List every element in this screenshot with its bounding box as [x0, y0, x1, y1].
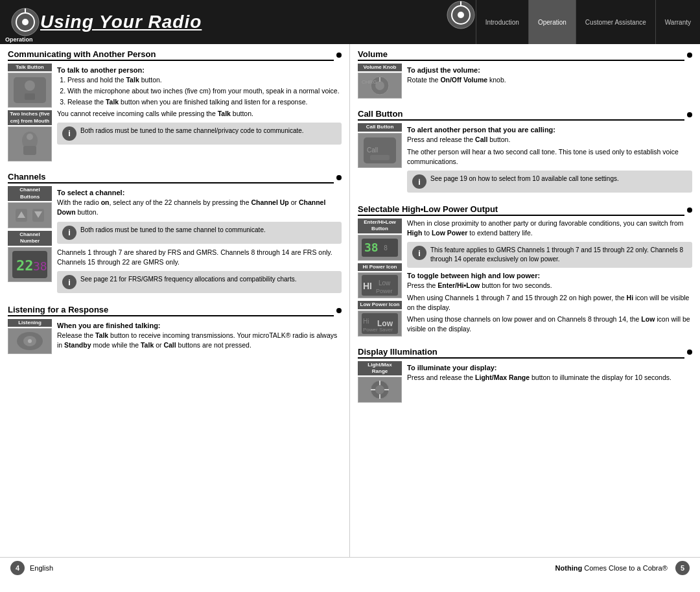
enter-hilow-label: Enter/Hi•Low Button [358, 219, 402, 233]
enter-hilow-img: 38 8 [358, 235, 402, 261]
listening-svg [10, 329, 49, 353]
note-text-channels2: See page 21 for FRS/GMRS frequency alloc… [80, 275, 297, 284]
volume-knob-svg: CHRG [360, 74, 399, 97]
power-sub-heading: To toggle between high and low power: [407, 272, 692, 279]
note-text-communicate: Both radios must be tuned to the same ch… [80, 126, 304, 136]
section-call-title: Call Button [358, 109, 684, 121]
section-listening-header: Listening for a Response [8, 305, 342, 316]
section-listening: Listening for a Response Listening Wh [8, 305, 342, 357]
svg-point-2 [22, 19, 29, 25]
svg-text:38: 38 [364, 241, 379, 254]
svg-point-43 [375, 385, 384, 394]
left-column: Communicating with Another Person Talk B… [0, 44, 350, 557]
note-box-power: i This feature applies to GMRS Channels … [407, 242, 692, 268]
power-content: Enter/Hi•Low Button 38 8 Hi Power Icon H… [358, 219, 692, 339]
display-thumb-col: Light/Max Range [358, 361, 402, 406]
section-volume-dot [687, 53, 692, 58]
note-icon-power: i [412, 246, 426, 260]
channels-body1: With the radio on, select any of the 22 … [57, 198, 342, 217]
operation-tab[interactable]: Operation [528, 0, 576, 44]
svg-point-23 [28, 339, 32, 343]
section-communicating-header: Communicating with Another Person [8, 49, 342, 61]
channel-buttons-svg [10, 204, 49, 227]
section-channels: Channels Channel Buttons Channel Number [8, 172, 342, 297]
svg-rect-13 [23, 146, 36, 155]
section-power-dot [687, 207, 692, 213]
light-maxrange-img [358, 377, 402, 403]
section-channels-dot [336, 175, 342, 180]
call-text: To alert another person that you are cal… [407, 123, 692, 196]
power-body2: Press the Enter/Hi•Low button for two se… [407, 281, 692, 290]
power-body1: When in close proximity to another party… [407, 219, 692, 238]
call-content: Call Button Call To alert another person… [358, 123, 692, 196]
display-body: Press and release the Light/Max Range bu… [407, 373, 692, 383]
svg-text:Power Saver: Power Saver [363, 327, 393, 333]
page-header: Using Your Radio Operation Introduction … [0, 0, 700, 44]
talk-note: You cannot receive incoming calls while … [57, 109, 342, 119]
display-content: Light/Max Range To illuminate your [358, 361, 692, 406]
section-listening-title: Listening for a Response [8, 305, 334, 316]
section-power-title: Selectable High•Low Power Output [358, 204, 684, 216]
note-icon-communicate: i [62, 126, 76, 141]
note-box-channels2: i See page 21 for FRS/GMRS frequency all… [57, 271, 342, 293]
svg-text:Call: Call [367, 147, 378, 154]
communicating-text: To talk to another person: Press and hol… [57, 64, 342, 164]
section-volume: Volume Volume Knob CHRG [358, 49, 692, 101]
channel-buttons-img [8, 202, 52, 228]
svg-point-9 [25, 80, 35, 91]
page-number-left: 4 [10, 561, 25, 575]
section-volume-header: Volume [358, 49, 692, 61]
note-text-power: This feature applies to GMRS Channels 1 … [430, 246, 687, 264]
channels-sub-heading: To select a channel: [57, 189, 342, 196]
call-sub-heading: To alert another person that you are cal… [407, 126, 692, 134]
power-body3: When using Channels 1 through 7 and 15 t… [407, 293, 692, 313]
channels-thumb-col: Channel Buttons Channel Number [8, 186, 52, 297]
call-thumb-col: Call Button Call [358, 123, 402, 196]
talk-thumb-col: Talk Button Two Inches (five cm) from Mo… [8, 64, 52, 164]
radio-icon [10, 7, 40, 37]
talk-sub-heading: To talk to another person: [57, 66, 342, 74]
note-text-channels: Both radios must be tuned to the same ch… [80, 226, 266, 235]
volume-body: Rotate the On/Off Volume knob. [407, 75, 692, 85]
svg-text:22: 22 [16, 257, 34, 274]
section-display-header: Display Illumination [358, 347, 692, 359]
listening-text: When you are finished talking: Release t… [57, 319, 342, 357]
hi-power-label: Hi Power Icon [358, 263, 402, 271]
light-maxrange-label: Light/Max Range [358, 361, 402, 376]
customer-tab[interactable]: Customer Assistance [576, 0, 655, 44]
page-number-right: 5 [675, 561, 690, 575]
listening-img [8, 328, 52, 354]
call-button-label: Call Button [358, 123, 402, 131]
intro-tab[interactable]: Introduction [476, 0, 528, 44]
hi-power-img: HI Low Power [358, 272, 402, 298]
section-volume-title: Volume [358, 49, 684, 61]
operation-label-left: Operation [5, 36, 33, 43]
language-label: English [30, 564, 53, 572]
svg-text:HI: HI [363, 281, 372, 291]
section-display: Display Illumination Light/Max Range [358, 347, 692, 406]
svg-text:Hi: Hi [363, 318, 369, 325]
radio-icon-right [446, 0, 476, 30]
low-power-img: Hi Low Power Saver [358, 311, 402, 337]
volume-sub-heading: To adjust the volume: [407, 66, 692, 74]
power-body4: When using those channels on low power a… [407, 314, 692, 334]
svg-text:CHRG: CHRG [362, 79, 377, 85]
volume-knob-label: Volume Knob [358, 64, 402, 71]
right-column: Volume Volume Knob CHRG [350, 44, 700, 557]
section-listening-dot [336, 308, 342, 313]
channels-content: Channel Buttons Channel Number [8, 186, 342, 297]
two-inches-svg [10, 128, 49, 160]
talk-button-svg [10, 74, 49, 106]
listening-thumb-col: Listening [8, 319, 52, 357]
note-icon-channels: i [62, 226, 76, 240]
footer-left: 4 English [10, 561, 53, 575]
warranty-tab[interactable]: Warranty [655, 0, 700, 44]
two-inches-label: Two Inches (five cm) from Mouth [8, 110, 52, 125]
page-title: Using Your Radio [40, 12, 202, 32]
volume-text: To adjust the volume: Rotate the On/Off … [407, 64, 692, 101]
section-call-dot [687, 112, 692, 117]
section-communicating-title: Communicating with Another Person [8, 49, 334, 61]
svg-point-6 [458, 12, 464, 18]
listening-label: Listening [8, 319, 52, 327]
display-sub-heading: To illuminate your display: [407, 364, 692, 372]
